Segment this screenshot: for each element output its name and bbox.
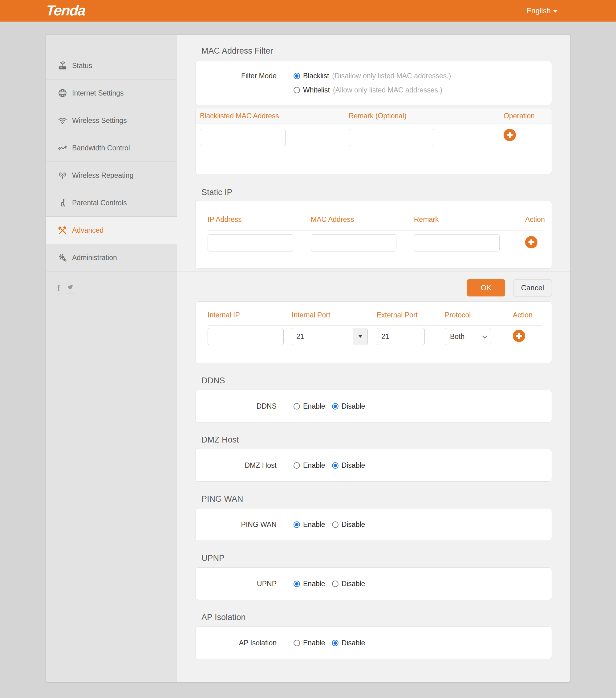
ap-isolation-title: AP Isolation (201, 613, 552, 622)
column-header-action: Action (513, 311, 551, 319)
twitter-icon[interactable] (66, 284, 75, 293)
upnp-label: UPNP (196, 580, 276, 588)
router-icon (57, 60, 68, 71)
dmz-disable-option[interactable]: Disable (332, 461, 365, 470)
column-header-mac: MAC Address (311, 215, 414, 224)
ping-wan-enable-radio[interactable] (293, 521, 300, 528)
column-header-mac: Blacklisted MAC Address (200, 112, 349, 120)
wifi-icon (57, 115, 68, 126)
add-port-forwarding-button[interactable] (513, 330, 525, 342)
internal-port-dropdown-button[interactable] (353, 328, 368, 345)
upnp-enable-option[interactable]: Enable (293, 580, 325, 588)
globe-icon (57, 88, 68, 98)
add-static-ip-button[interactable] (525, 236, 538, 248)
dmz-title: DMZ Host (201, 435, 552, 444)
ap-isolation-enable-option[interactable]: Enable (293, 639, 325, 647)
ddns-disable-option[interactable]: Disable (332, 402, 365, 410)
dmz-enable-radio[interactable] (293, 462, 300, 469)
blacklist-mac-input[interactable] (200, 129, 286, 146)
blacklist-table-header: Blacklisted MAC Address Remark (Optional… (196, 108, 551, 124)
chart-line-icon (57, 143, 68, 153)
tools-icon (57, 225, 68, 235)
ddns-enable-option[interactable]: Enable (293, 402, 325, 410)
column-header-internal-ip: Internal IP (207, 311, 292, 319)
sidebar-item-label: Internet Settings (72, 89, 124, 97)
ap-isolation-label: AP Isolation (196, 639, 276, 647)
static-remark-input[interactable] (414, 234, 500, 251)
mac-filter-title: MAC Address Filter (201, 46, 552, 55)
static-ip-card: IP Address MAC Address Remark Action (195, 201, 552, 269)
upnp-card: UPNP Enable Disable (195, 567, 552, 600)
static-mac-input[interactable] (311, 234, 397, 251)
column-header-external-port: External Port (377, 311, 445, 319)
column-header-operation: Operation (498, 112, 551, 120)
upnp-disable-option[interactable]: Disable (332, 580, 365, 588)
cancel-button[interactable]: Cancel (513, 279, 552, 296)
ping-wan-disable-radio[interactable] (332, 521, 339, 528)
internal-port-combo[interactable]: 21 (292, 328, 368, 345)
ok-button[interactable]: OK (467, 279, 505, 296)
whitelist-note: (Allow only listed MAC addresses.) (333, 86, 442, 94)
blacklist-remark-input[interactable] (349, 129, 434, 146)
filter-mode-label: Filter Mode (196, 72, 276, 80)
sidebar-item-label: Advanced (72, 226, 103, 235)
column-header-protocol: Protocol (445, 311, 513, 319)
ping-wan-disable-option[interactable]: Disable (332, 520, 365, 529)
antenna-icon (57, 170, 68, 181)
sidebar-item-label: Parental Controls (72, 199, 127, 207)
ap-isolation-disable-option[interactable]: Disable (332, 639, 365, 647)
add-blacklist-button[interactable] (504, 129, 516, 141)
sidebar-social: f (46, 271, 177, 293)
protocol-select[interactable]: Both (445, 328, 491, 345)
sidebar-item-advanced[interactable]: Advanced (46, 217, 177, 244)
blacklist-table: Blacklisted MAC Address Remark (Optional… (195, 108, 552, 174)
brand-logo: Tenda (46, 2, 86, 19)
sidebar-item-administration[interactable]: Administration (46, 244, 177, 271)
page-container: Status Internet Settings Wireless Settin… (46, 35, 570, 682)
ping-wan-enable-option[interactable]: Enable (293, 520, 325, 529)
parent-child-icon (57, 197, 68, 208)
language-selector[interactable]: English (526, 0, 558, 22)
plus-icon (525, 236, 538, 248)
ddns-enable-radio[interactable] (293, 403, 300, 409)
ap-isolation-card: AP Isolation Enable Disable (195, 627, 552, 659)
blacklist-radio[interactable] (293, 73, 300, 79)
sidebar-item-label: Bandwidth Control (72, 144, 130, 152)
upnp-title: UPNP (201, 554, 552, 563)
language-label: English (526, 6, 551, 15)
gears-icon (57, 252, 68, 263)
static-ip-input[interactable] (207, 234, 293, 251)
dmz-disable-radio[interactable] (332, 462, 339, 469)
ap-isolation-disable-radio[interactable] (332, 640, 339, 646)
ddns-title: DDNS (201, 376, 552, 385)
sidebar-item-status[interactable]: Status (46, 52, 177, 80)
sidebar-item-label: Status (72, 61, 92, 70)
ap-isolation-enable-radio[interactable] (293, 640, 300, 646)
dmz-enable-option[interactable]: Enable (293, 461, 325, 470)
whitelist-label: Whitelist (303, 86, 330, 94)
ddns-card: DDNS Enable Disable (195, 390, 552, 422)
sidebar-item-wireless-settings[interactable]: Wireless Settings (46, 107, 177, 134)
sidebar-item-label: Wireless Repeating (72, 171, 133, 180)
port-forwarding-row: 21 Both (207, 328, 551, 345)
static-ip-row (207, 234, 551, 251)
sidebar-item-internet-settings[interactable]: Internet Settings (46, 80, 177, 107)
form-actions: OK Cancel (195, 279, 552, 296)
whitelist-radio[interactable] (293, 87, 300, 93)
upnp-disable-radio[interactable] (332, 581, 339, 587)
ddns-disable-radio[interactable] (332, 403, 339, 409)
upnp-enable-radio[interactable] (293, 581, 300, 587)
sidebar-item-bandwidth-control[interactable]: Bandwidth Control (46, 134, 177, 162)
internal-ip-input[interactable] (207, 328, 284, 345)
external-port-input[interactable] (377, 328, 425, 345)
port-forwarding-card: Internal IP Internal Port External Port … (195, 302, 552, 363)
sidebar-item-wireless-repeating[interactable]: Wireless Repeating (46, 162, 177, 189)
main-content: MAC Address Filter Filter Mode Blacklist… (177, 35, 570, 682)
ping-wan-card: PING WAN Enable Disable (195, 508, 552, 541)
plus-icon (504, 129, 516, 141)
internal-port-value: 21 (292, 328, 353, 345)
ddns-label: DDNS (196, 402, 276, 410)
facebook-icon[interactable]: f (57, 284, 61, 293)
protocol-value: Both (450, 333, 464, 341)
sidebar-item-parental-controls[interactable]: Parental Controls (46, 189, 177, 217)
